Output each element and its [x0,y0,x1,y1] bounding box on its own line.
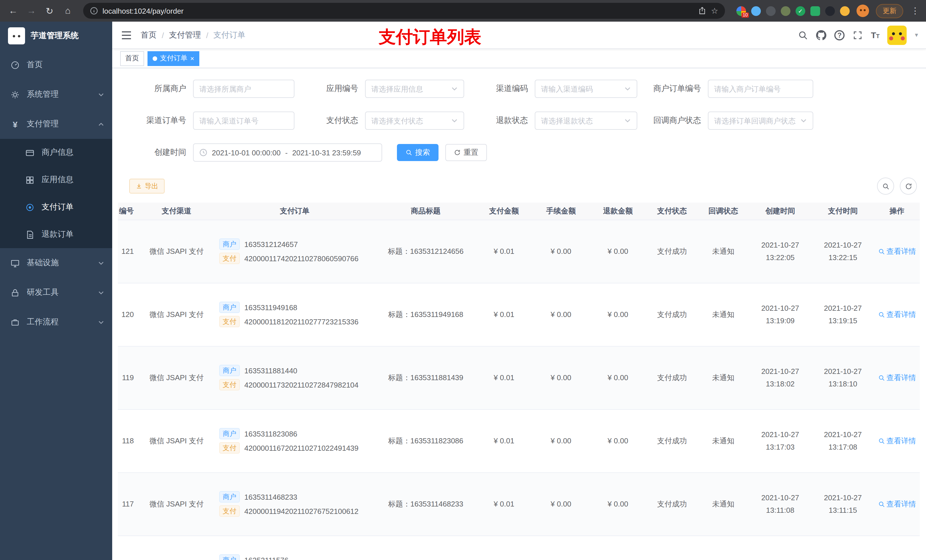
merchant-tag: 商户 [219,491,240,503]
document-icon [25,229,35,239]
cell-pay-order: 商户 1635312124657 支付 42000011742021102780… [213,220,376,283]
sidebar-item-dev-tools[interactable]: 研发工具 [0,278,112,307]
view-detail-link[interactable]: 查看详情 [878,436,916,446]
fullscreen-icon[interactable] [853,30,863,40]
view-detail-link[interactable]: 查看详情 [878,499,916,509]
extension-icon[interactable] [825,6,835,16]
filter-field-merchant-order-no: 商户订单编号 [644,80,813,98]
chevron-down-icon [451,85,458,92]
view-detail-link[interactable]: 查看详情 [878,373,916,383]
sidebar-item-workflow[interactable]: 工作流程 [0,307,112,337]
cell-pay-status: 支付成功 [646,220,698,283]
cell-channel: 微信 JSAPI 支付 [139,346,213,409]
merchant-tag: 商户 [219,302,240,313]
cell-channel: 微信 JSAPI 支付 [139,409,213,472]
share-icon[interactable] [699,7,707,15]
tab-home[interactable]: 首页 [120,51,144,66]
cell-id: 121 [118,220,139,283]
font-size-icon[interactable]: TT [871,30,879,40]
cell-pay-time: 2021-10-27 13:22:15 [811,220,874,283]
sidebar-item-home[interactable]: 首页 [0,50,112,80]
cell-refund-amount: ¥ 0.00 [589,346,646,409]
extension-icon[interactable]: ✓ [796,6,805,16]
search-button[interactable]: 搜索 [397,144,439,161]
sidebar-item-pay-order[interactable]: 支付订单 [0,193,112,221]
user-avatar[interactable] [888,25,907,45]
pay-order-no: 4200001167202110271022491439 [244,444,359,452]
view-detail-link[interactable]: 查看详情 [878,309,916,320]
bookmark-star-icon[interactable]: ☆ [711,6,718,15]
create-time-range-picker[interactable]: 2021-10-01 00:00:00 - 2021-10-31 23:59:5… [193,143,382,162]
forward-icon[interactable]: → [24,3,39,18]
back-icon[interactable]: ← [6,3,21,18]
app-no-select[interactable] [365,80,464,98]
github-icon[interactable] [816,30,826,40]
app-logo-row[interactable]: 芋道管理系统 [0,22,112,50]
sidebar-item-app-info[interactable]: 应用信息 [0,166,112,193]
extension-icon[interactable] [810,6,820,16]
sidebar-item-merchant-info[interactable]: 商户信息 [0,139,112,166]
tab-close-icon[interactable]: × [190,55,194,62]
browser-menu-icon[interactable]: ⋮ [910,6,920,16]
date-start: 2021-10-01 00:00:00 [212,148,280,157]
cell-id: 119 [118,346,139,409]
filter-field-app-no: 应用编号 [301,80,464,98]
channel-order-no-input[interactable] [193,112,294,130]
cell-pay-amount: ¥ 0.01 [475,220,533,283]
view-detail-link[interactable]: 查看详情 [878,246,916,257]
cell-product-title: 标题：1635312124656 [376,220,475,283]
cell-pay-amount: ¥ 0.01 [475,472,533,536]
export-button[interactable]: 导出 [129,179,165,193]
pay-tag: 支付 [219,379,240,390]
hamburger-icon[interactable] [121,30,132,39]
cell-pay-amount: ¥ 0.01 [475,283,533,346]
filter-form: 所属商户 应用编号 [112,68,926,162]
extension-icon[interactable] [751,6,761,16]
filter-field-refund-status: 退款状态 [471,112,637,130]
extension-icon[interactable] [781,6,790,16]
refund-status-select[interactable] [535,112,637,130]
reload-icon[interactable]: ↻ [42,3,57,18]
merchant-order-no-input[interactable] [708,80,813,98]
table-row: 119 微信 JSAPI 支付 商户 1635311881440 支付 4200… [118,346,920,409]
notify-status-select[interactable] [708,112,813,130]
pay-order-no: 4200001194202110276752100612 [244,507,359,515]
extension-icon[interactable]: 10 [736,6,746,16]
breadcrumb-pay-management[interactable]: 支付管理 [169,30,201,40]
pay-status-select[interactable] [365,112,464,130]
search-icon [878,248,885,255]
sidebar-item-refund-order[interactable]: 退款订单 [0,221,112,248]
merchant-order-no: 16353111576 [244,556,289,560]
update-button[interactable]: 更新 [876,4,903,18]
merchant-tag: 商户 [219,365,240,376]
sidebar-item-payment[interactable]: ¥ 支付管理 [0,109,112,139]
browser-profile-avatar[interactable] [856,5,869,17]
breadcrumb-home[interactable]: 首页 [141,30,157,40]
reset-button[interactable]: 重置 [445,144,487,161]
page-content: 所属商户 应用编号 [112,68,926,560]
browser-toolbar: ← → ↻ ⌂ localhost:1024/pay/order ☆ 10 ✓ [0,0,926,22]
avatar-caret-icon[interactable]: ▾ [915,31,918,39]
briefcase-icon [10,317,20,327]
sidebar-item-system[interactable]: 系统管理 [0,80,112,109]
cell-pay-status: 支付成功 [646,346,698,409]
url-bar[interactable]: localhost:1024/pay/order ☆ [83,3,725,19]
refresh-table-button[interactable] [900,178,917,195]
help-icon[interactable]: ? [834,30,844,40]
cell-notify-status: 未通知 [698,220,749,283]
home-icon[interactable]: ⌂ [61,3,75,18]
cell-actions: 查看详情 [874,283,920,346]
owner-merchant-input[interactable] [193,80,294,98]
tab-pay-order[interactable]: 支付订单 × [147,51,199,66]
sidebar-item-infrastructure[interactable]: 基础设施 [0,248,112,278]
site-info-icon[interactable] [90,7,98,15]
channel-code-select[interactable] [535,80,637,98]
extension-icon[interactable] [840,6,850,16]
order-table: 编号 支付渠道 支付订单 商品标题 支付金额 手续金额 退款金额 支付状态 回调… [118,202,920,560]
extension-icon[interactable] [766,6,776,16]
toggle-search-button[interactable] [877,178,894,195]
cell-pay-time: 2021-10-27 13:18:10 [811,346,874,409]
table-row: 118 微信 JSAPI 支付 商户 1635311823086 支付 4200… [118,409,920,472]
search-icon[interactable] [798,30,808,40]
merchant-order-no: 1635312124657 [244,240,298,248]
